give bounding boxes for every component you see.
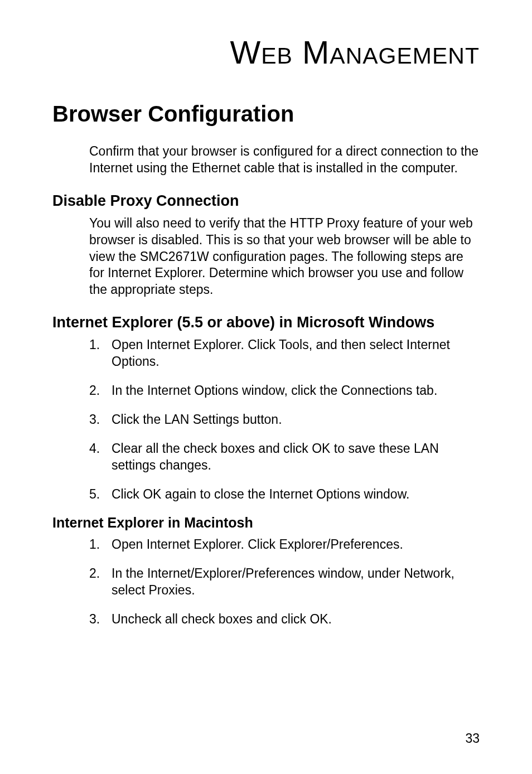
ie-mac-list: 1. Open Internet Explorer. Click Explore…	[89, 536, 480, 628]
list-item: 5. Click OK again to close the Internet …	[89, 486, 480, 503]
list-item: 2. In the Internet/Explorer/Preferences …	[89, 565, 480, 599]
ie-mac-heading: Internet Explorer in Macintosh	[52, 515, 480, 531]
section-heading: Browser Configuration	[52, 101, 480, 127]
list-number: 2.	[89, 565, 112, 599]
list-number: 1.	[89, 337, 112, 370]
page-number: 33	[465, 731, 480, 746]
list-text: Click OK again to close the Internet Opt…	[112, 486, 480, 503]
intro-paragraph: Confirm that your browser is configured …	[89, 143, 480, 177]
list-number: 2.	[89, 383, 112, 399]
list-item: 1. Open Internet Explorer. Click Tools, …	[89, 337, 480, 370]
disable-proxy-heading: Disable Proxy Connection	[52, 192, 480, 210]
list-text: In the Internet Options window, click th…	[112, 383, 480, 399]
list-item: 2. In the Internet Options window, click…	[89, 383, 480, 399]
list-item: 3. Click the LAN Settings button.	[89, 412, 480, 428]
disable-proxy-body: You will also need to verify that the HT…	[89, 215, 480, 298]
list-item: 4. Clear all the check boxes and click O…	[89, 441, 480, 474]
list-number: 3.	[89, 412, 112, 428]
list-number: 1.	[89, 536, 112, 553]
list-text: Click the LAN Settings button.	[112, 412, 480, 428]
ie-windows-heading: Internet Explorer (5.5 or above) in Micr…	[52, 314, 480, 331]
list-number: 5.	[89, 486, 112, 503]
list-number: 4.	[89, 441, 112, 474]
main-title: Web Management	[52, 33, 480, 71]
list-text: Open Internet Explorer. Click Tools, and…	[112, 337, 480, 370]
list-text: Clear all the check boxes and click OK t…	[112, 441, 480, 474]
list-number: 3.	[89, 611, 112, 628]
ie-windows-list: 1. Open Internet Explorer. Click Tools, …	[89, 337, 480, 502]
list-item: 3. Uncheck all check boxes and click OK.	[89, 611, 480, 628]
list-text: In the Internet/Explorer/Preferences win…	[112, 565, 480, 599]
list-text: Uncheck all check boxes and click OK.	[112, 611, 480, 628]
list-item: 1. Open Internet Explorer. Click Explore…	[89, 536, 480, 553]
list-text: Open Internet Explorer. Click Explorer/P…	[112, 536, 480, 553]
